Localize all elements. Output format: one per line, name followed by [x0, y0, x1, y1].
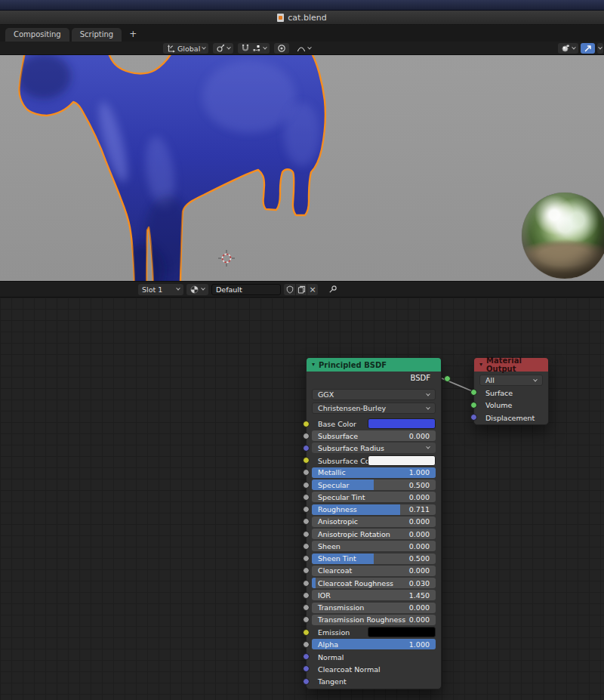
- slider-value: 0.500: [409, 554, 430, 563]
- principled-node-header[interactable]: ▾ Principled BSDF: [307, 358, 441, 372]
- collapse-icon[interactable]: ▾: [479, 362, 482, 368]
- clearcoat-roughness-slider[interactable]: Clearcoat Roughness0.030: [312, 578, 436, 588]
- slider-label: IOR: [318, 591, 331, 600]
- pivot-point-dropdown[interactable]: [213, 43, 233, 54]
- anisotropic-rotation-slider[interactable]: Anisotropic Rotation0.000: [312, 529, 436, 539]
- metallic-slider[interactable]: Metallic1.000: [312, 467, 436, 478]
- subsurface-color-swatch[interactable]: [368, 455, 436, 466]
- gray-socket[interactable]: [303, 433, 310, 439]
- subsurface-radius-dropdown[interactable]: Subsurface Radius: [312, 443, 436, 453]
- vector-socket[interactable]: [303, 653, 310, 660]
- falloff-curve-icon: [297, 44, 306, 53]
- gray-socket[interactable]: [303, 482, 310, 489]
- pin-button[interactable]: [327, 284, 338, 295]
- add-workspace-button[interactable]: +: [124, 29, 142, 42]
- clipped-dropdown[interactable]: [597, 43, 603, 54]
- shading-preview-dropdown[interactable]: [558, 43, 578, 54]
- output-target-dropdown[interactable]: All: [479, 375, 543, 386]
- transform-orientation-icon: [166, 44, 175, 53]
- node-principled-bsdf[interactable]: ▾ Principled BSDF BSDF GGX Christensen-B…: [306, 357, 442, 689]
- gray-socket[interactable]: [303, 469, 310, 476]
- row-subsurface-color: Subsurface Color: [312, 455, 436, 467]
- chevron-down-icon: [572, 45, 576, 50]
- workspace-tabbar: Compositing Scripting +: [0, 25, 604, 42]
- ior-slider[interactable]: IOR1.450: [312, 590, 436, 600]
- yellow-socket[interactable]: [303, 629, 310, 636]
- slider-value: 0.000: [409, 615, 430, 624]
- roughness-slider[interactable]: Roughness0.711: [312, 504, 436, 515]
- gray-socket[interactable]: [303, 555, 310, 562]
- gray-socket[interactable]: [303, 543, 310, 550]
- slider-label: Clearcoat Roughness: [318, 579, 393, 587]
- slider-label: Specular Tint: [318, 493, 365, 501]
- gray-socket[interactable]: [303, 616, 310, 623]
- transmission-slider[interactable]: Transmission0.000: [312, 603, 436, 613]
- fake-user-button[interactable]: [284, 284, 295, 295]
- shader-socket[interactable]: [470, 402, 477, 409]
- slider-value: 0.000: [409, 530, 430, 538]
- emission-swatch[interactable]: [368, 627, 436, 637]
- vector-socket[interactable]: [470, 414, 477, 421]
- slider-value: 0.000: [409, 493, 430, 501]
- viewport-3d[interactable]: [0, 55, 604, 281]
- yellow-socket[interactable]: [303, 457, 310, 464]
- new-material-button[interactable]: [295, 284, 307, 295]
- gray-socket[interactable]: [303, 604, 310, 611]
- transmission-roughness-slider[interactable]: Transmission Roughness0.000: [312, 615, 436, 625]
- gray-socket[interactable]: [303, 567, 310, 574]
- specular-slider[interactable]: Specular0.500: [312, 480, 436, 490]
- clearcoat-slider[interactable]: Clearcoat0.000: [312, 566, 436, 576]
- material-name-field[interactable]: Default: [211, 284, 281, 295]
- material-slot-dropdown[interactable]: Slot 1: [138, 284, 183, 295]
- sheen-tint-slider[interactable]: Sheen Tint0.500: [312, 554, 436, 564]
- subsurface-slider[interactable]: Subsurface0.000: [312, 430, 436, 441]
- yellow-socket[interactable]: [303, 421, 310, 427]
- snap-group[interactable]: [238, 43, 270, 54]
- material-output-header[interactable]: ▾ Material Output: [474, 358, 548, 372]
- row-clearcoat-roughness: Clearcoat Roughness0.030: [312, 578, 436, 589]
- gray-socket[interactable]: [303, 531, 310, 538]
- shader-socket[interactable]: [470, 389, 477, 396]
- chevron-down-icon: [426, 405, 430, 409]
- slider-label: Alpha: [318, 640, 338, 649]
- row-tangent: Tangent: [312, 676, 436, 687]
- falloff-dropdown[interactable]: [294, 43, 314, 54]
- window-titlebar[interactable]: cat.blend: [0, 11, 604, 25]
- browse-material-button[interactable]: [186, 284, 208, 295]
- node-material-output[interactable]: ▾ Material Output All SurfaceVolumeDispl…: [473, 357, 549, 425]
- transform-orientation-dropdown[interactable]: Global: [163, 43, 208, 54]
- tab-scripting[interactable]: Scripting: [72, 28, 122, 42]
- unlink-material-button[interactable]: ×: [307, 284, 318, 295]
- vector-socket[interactable]: [303, 665, 310, 672]
- proportional-editing-button[interactable]: [274, 43, 289, 54]
- viewport-header: Global: [0, 42, 604, 55]
- vector-socket[interactable]: [303, 445, 310, 452]
- gray-socket[interactable]: [303, 506, 310, 513]
- collapse-icon[interactable]: ▾: [312, 362, 315, 368]
- slider-value: 0.711: [409, 505, 430, 513]
- row-surface: Surface: [479, 387, 543, 399]
- distribution-value: GGX: [318, 390, 334, 399]
- tab-compositing[interactable]: Compositing: [5, 28, 69, 42]
- distribution-dropdown[interactable]: GGX: [312, 389, 436, 400]
- bsdf-output-socket[interactable]: [444, 375, 451, 382]
- vector-socket[interactable]: [303, 678, 310, 685]
- gray-socket[interactable]: [303, 580, 310, 587]
- specular-tint-slider[interactable]: Specular Tint0.000: [312, 492, 436, 502]
- gray-socket[interactable]: [303, 592, 310, 599]
- row-transmission: Transmission0.000: [312, 603, 436, 614]
- subsurface-method-dropdown[interactable]: Christensen-Burley: [312, 402, 436, 414]
- gray-socket[interactable]: [303, 518, 310, 525]
- row-sheen-tint: Sheen Tint0.500: [312, 554, 436, 565]
- gray-socket[interactable]: [303, 494, 310, 501]
- gray-socket[interactable]: [303, 641, 310, 648]
- anisotropic-slider[interactable]: Anisotropic0.000: [312, 517, 436, 527]
- material-name: Default: [216, 285, 242, 294]
- viewport-active-tool-button[interactable]: [581, 43, 595, 54]
- alpha-slider[interactable]: Alpha1.000: [312, 639, 436, 649]
- sheen-slider[interactable]: Sheen0.000: [312, 541, 436, 551]
- base-color-swatch[interactable]: [368, 418, 436, 429]
- chevron-down-icon: [176, 286, 180, 291]
- shader-node-editor[interactable]: ▾ Principled BSDF BSDF GGX Christensen-B…: [0, 298, 604, 700]
- snap-target-icon: [252, 44, 261, 53]
